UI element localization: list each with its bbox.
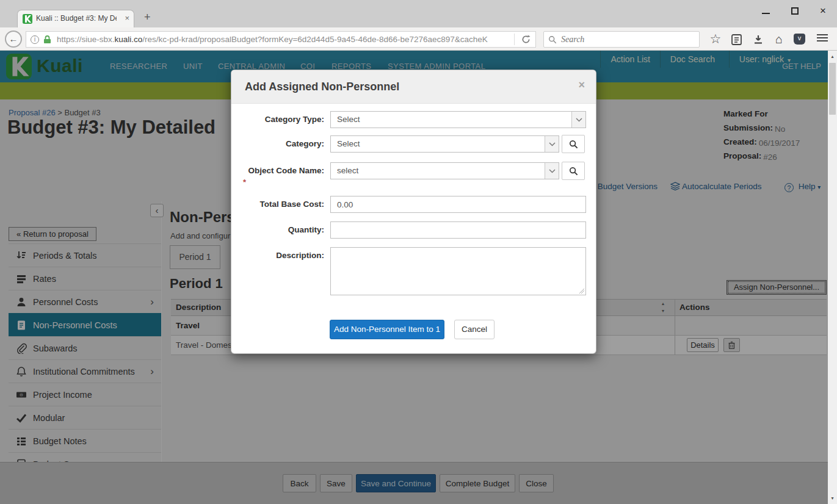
page-scrollbar[interactable]: ▴ ▾ (828, 51, 837, 504)
category-lookup-button[interactable] (562, 135, 585, 153)
url-path: /res/kc-pd-krad/proposalBudget?formKey=6… (142, 35, 488, 44)
url-prefix: https://siue-sbx. (57, 35, 115, 44)
quantity-label: Quantity: (231, 221, 324, 239)
tab-close-icon[interactable]: × (125, 10, 129, 27)
select-value: Select (337, 136, 360, 152)
pocket-icon[interactable]: v (794, 34, 805, 45)
object-code-lookup-button[interactable] (562, 162, 585, 180)
bookmark-star-icon[interactable]: ☆ (707, 31, 724, 48)
add-non-personnel-modal: Add Assigned Non-Personnel × Category Ty… (231, 70, 596, 354)
description-textarea[interactable] (330, 247, 586, 295)
site-info-icon[interactable]: i (31, 35, 39, 44)
menu-icon[interactable] (817, 34, 828, 43)
window-close-button[interactable]: × (814, 5, 832, 18)
new-tab-button[interactable]: + (144, 11, 151, 24)
browser-tab[interactable]: Kuali :: Budget #3: My Detail × (17, 10, 134, 27)
window-maximize-button[interactable] (786, 5, 804, 18)
quantity-input[interactable] (330, 221, 586, 239)
category-select[interactable]: Select (330, 135, 559, 153)
search-icon (569, 167, 578, 176)
description-label: Description: (231, 247, 324, 264)
url-domain: kuali.co (115, 35, 143, 44)
url-bar[interactable]: i https://siue-sbx.kuali.co/res/kc-pd-kr… (26, 31, 536, 48)
scroll-down-icon[interactable]: ▾ (828, 495, 837, 501)
https-lock-icon[interactable] (43, 35, 51, 46)
category-type-label: Category Type: (231, 111, 324, 128)
bookmarks-list-icon[interactable] (728, 34, 745, 51)
cancel-button[interactable]: Cancel (454, 320, 495, 339)
search-input[interactable] (561, 32, 692, 46)
reload-icon[interactable] (521, 35, 531, 46)
downloads-icon[interactable] (750, 34, 767, 51)
search-icon (548, 35, 557, 46)
select-chevron-icon (545, 136, 559, 152)
add-non-personnel-item-button[interactable]: Add Non-Personnel Item to 1 (330, 320, 444, 339)
screen: Kuali :: Budget #3: My Detail × + × ← i … (0, 0, 837, 504)
modal-close-icon[interactable]: × (578, 79, 585, 92)
window-minimize-button[interactable] (757, 5, 775, 18)
kuali-favicon-icon (23, 14, 32, 24)
modal-title: Add Assigned Non-Personnel (245, 70, 399, 104)
total-base-cost-label: Total Base Cost: (231, 196, 324, 213)
home-icon[interactable]: ⌂ (770, 31, 788, 48)
object-code-label: Object Code Name: (231, 162, 324, 179)
search-icon (569, 140, 578, 149)
scroll-up-icon[interactable]: ▴ (828, 54, 837, 59)
category-type-select[interactable]: Select (330, 111, 586, 128)
category-label: Category: (231, 135, 324, 153)
select-chevron-icon (545, 163, 559, 179)
select-chevron-icon (571, 112, 585, 128)
tab-title: Kuali :: Budget #3: My Detail (36, 10, 117, 27)
resize-grip-icon[interactable] (579, 288, 584, 293)
url-divider (514, 34, 515, 45)
modal-header: Add Assigned Non-Personnel × (231, 70, 596, 104)
object-code-select[interactable]: select (330, 162, 559, 179)
url-text[interactable]: https://siue-sbx.kuali.co/res/kc-pd-krad… (57, 32, 509, 47)
scrollbar-thumb[interactable] (829, 63, 836, 115)
search-box[interactable] (543, 31, 700, 48)
select-value: select (337, 163, 358, 179)
total-base-cost-input[interactable] (330, 196, 586, 213)
required-indicator: * (243, 178, 246, 187)
back-button[interactable]: ← (5, 31, 22, 48)
select-value: Select (337, 112, 360, 128)
